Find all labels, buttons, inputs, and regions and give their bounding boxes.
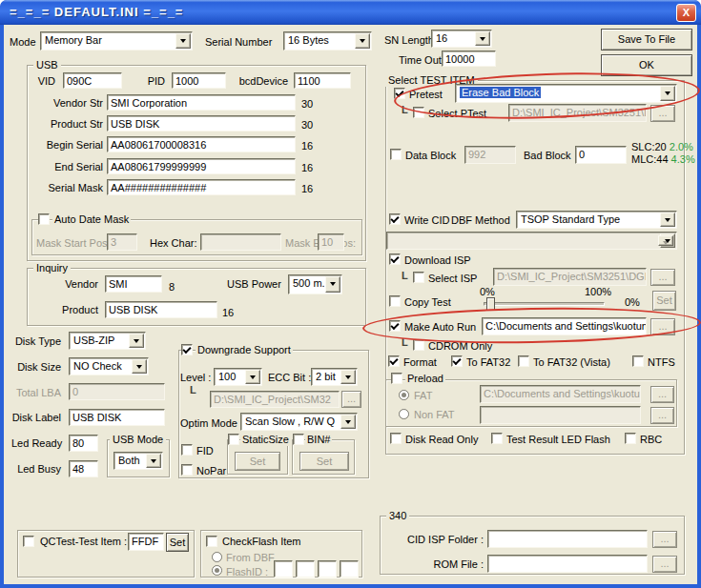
copy-test-label: Copy Test [404,296,451,309]
end-serial-field[interactable]: AA08061799999999 [107,158,296,174]
inquiry-vendor-field[interactable]: SMI [105,275,162,293]
pretest-value: Erase Bad Block [460,87,541,98]
ecc-bit-select[interactable]: 2 bit [311,368,358,386]
mode-select[interactable]: Memory Bar [40,31,193,51]
nopar-checkbox[interactable] [181,464,193,476]
ecc-bit-label: ECC Bit : [268,372,311,384]
ptest-path-field: D:\SMI_IC_Project\SM3251\DG [508,104,647,122]
test-result-led-flash-checkbox[interactable] [491,433,503,444]
close-button[interactable]: X [676,4,696,22]
qctest-checkbox[interactable] [23,536,34,547]
data-block-checkbox[interactable] [390,149,402,160]
inquiry-product-field[interactable]: USB DISK [105,301,217,318]
dbf-method-select[interactable]: TSOP Standard Type [516,211,677,229]
flashid-box-1[interactable] [274,560,293,578]
begin-serial-field[interactable]: AA08061700008316 [107,136,296,152]
cdrom-only-checkbox[interactable] [413,339,424,351]
titlebar[interactable]: =_=_= DEFAULT.INI =_=_= X [0,0,701,25]
dropdown-arrow-icon[interactable] [340,415,356,429]
dropdown-arrow-icon[interactable] [355,33,370,49]
preload-checkbox[interactable] [391,373,402,384]
bad-block-field[interactable]: 0 [575,146,627,164]
disk-type-select[interactable]: USB-ZIP [69,332,146,350]
auto-date-mask-checkbox[interactable] [38,213,50,225]
led-ready-field[interactable]: 80 [69,435,98,452]
preload-label: Preload [405,373,445,385]
vendor-str-len: 30 [301,98,313,110]
disk-read-only-checkbox[interactable] [390,433,402,444]
inquiry-group-title: Inquiry [33,262,71,274]
qctest-set-button[interactable]: Set [166,533,189,552]
auto-run-path-field[interactable]: C:\Documents and Settings\kuotun [482,317,647,335]
usb-mode-select[interactable]: Both [113,452,163,470]
vendor-str-field[interactable]: SMI Corporation [107,94,296,111]
serial-number-select[interactable]: 16 Bytes [283,31,372,51]
cid-isp-folder-field[interactable] [487,530,648,548]
to-fat32-vista-checkbox[interactable] [518,355,529,367]
downgrade-support-checkbox[interactable] [181,344,193,355]
checkflash-checkbox[interactable] [206,536,217,547]
auto-run-browse-button[interactable]: ... [650,318,675,335]
sn-length-select[interactable]: 16 [431,30,492,48]
copy-test-checkbox[interactable] [389,295,401,307]
dropdown-arrow-icon[interactable] [340,370,356,384]
dropdown-arrow-icon[interactable] [245,370,260,384]
flashid-box-4[interactable] [340,560,359,578]
dropdown-arrow-icon[interactable] [129,334,144,348]
optim-mode-value: Scan Slow , R/W Q [245,416,340,428]
select-ptest-label: Select PTest [428,108,486,120]
dropdown-arrow-icon[interactable] [132,359,147,374]
make-auto-run-checkbox[interactable] [389,320,401,332]
usb-power-select[interactable]: 500 m. [288,274,342,294]
to-fat32-checkbox[interactable] [451,355,463,367]
flashid-radio [212,565,222,576]
to-fat32-vista-label: To FAT32 (Vista) [533,356,610,369]
select-ptest-checkbox[interactable] [413,107,424,118]
copy-test-slider-thumb[interactable] [486,297,495,311]
time-out-field[interactable]: 10000 [442,51,496,67]
qctest-field[interactable]: FFDF [128,533,164,551]
rom-file-field[interactable] [487,555,648,573]
rom-file-browse-button[interactable]: ... [652,556,677,573]
serial-number-value: 16 Bytes [288,34,354,47]
disk-size-select[interactable]: NO Check [69,357,149,375]
fid-checkbox[interactable] [181,444,193,456]
led-busy-field[interactable]: 48 [69,460,98,477]
from-dbf-label: From DBF [226,552,275,564]
serial-mask-field[interactable]: AA############## [107,179,296,195]
disk-read-only-label: Disk Read Only [405,434,478,446]
write-cid-checkbox[interactable] [389,213,401,225]
dropdown-arrow-icon[interactable] [175,33,191,49]
dropdown-arrow-icon[interactable] [660,86,675,101]
preload-fat-path-field: C:\Documents and Settings\kuotu [480,385,641,403]
download-isp-checkbox[interactable] [389,253,401,265]
product-str-field[interactable]: USB DISK [107,115,296,132]
copy-test-slider[interactable] [484,302,605,306]
flashid-box-2[interactable] [296,560,315,578]
bin-checkbox[interactable] [293,434,304,445]
format-checkbox[interactable] [388,355,400,367]
rbc-checkbox[interactable] [625,433,636,444]
mask-start-pos-field: 3 [107,233,137,251]
optim-mode-select[interactable]: Scan Slow , R/W Q [240,413,358,431]
disk-label-field[interactable]: USB DISK [69,409,165,426]
flashid-box-3[interactable] [318,560,337,578]
ok-button[interactable]: OK [601,54,692,76]
pretest-checkbox[interactable] [394,88,405,99]
staticsize-checkbox[interactable] [228,434,239,445]
dropdown-arrow-icon[interactable] [660,213,675,227]
pid-field[interactable]: 1000 [172,72,226,89]
dropdown-arrow-icon[interactable] [325,276,340,293]
ntfs-checkbox[interactable] [632,355,644,367]
level-select[interactable]: 100 [214,368,262,386]
dropdown-arrow-icon[interactable] [146,454,161,468]
bcddevice-field[interactable]: 1100 [294,72,351,89]
save-to-file-button[interactable]: Save To File [601,29,692,51]
preload-fat-browse-button: ... [650,386,674,403]
vid-field[interactable]: 090C [63,72,122,89]
dropdown-arrow-icon[interactable] [475,31,490,46]
select-isp-checkbox[interactable] [413,272,424,283]
usb-group-title: USB [33,59,61,71]
pretest-select[interactable]: Erase Bad Block [455,84,677,103]
cid-isp-browse-button[interactable]: ... [652,531,677,548]
